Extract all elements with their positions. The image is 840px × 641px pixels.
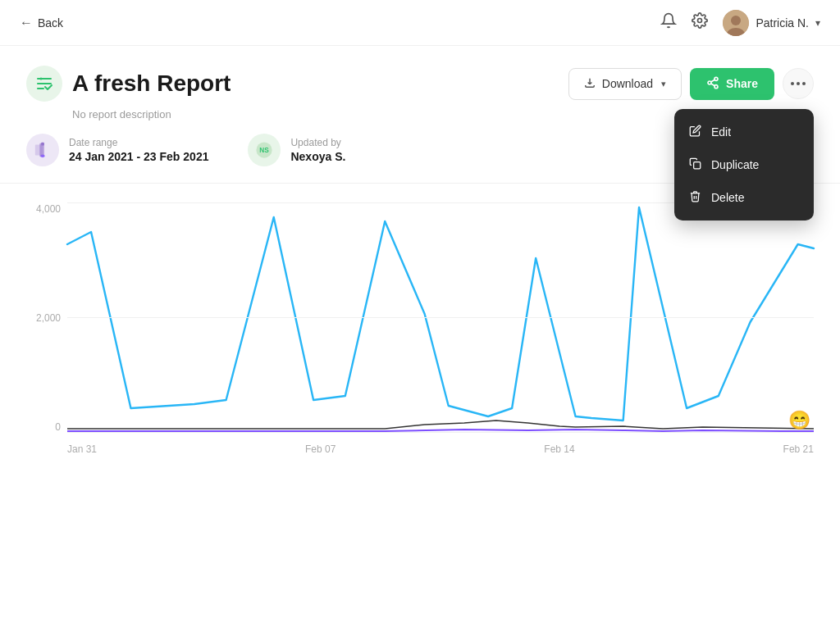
back-button[interactable]: ← Back (20, 16, 63, 30)
download-icon (584, 77, 596, 91)
chart-area: 0 2,000 4,000 (0, 184, 840, 641)
top-nav: ← Back Patricia N. ▾ (0, 0, 840, 46)
delete-icon (689, 190, 701, 205)
y-label-4000: 4,000 (26, 203, 67, 215)
dark-line (67, 421, 814, 429)
duplicate-label: Duplicate (711, 158, 759, 171)
header-actions: Download ▾ Share (568, 68, 814, 100)
share-icon (706, 76, 719, 92)
line-chart-svg (67, 203, 814, 433)
svg-point-0 (698, 19, 702, 23)
svg-rect-17 (41, 143, 44, 146)
grid-line-2000 (67, 317, 814, 318)
edit-label: Edit (711, 125, 731, 139)
x-axis: Jan 31 Feb 07 Feb 14 Feb 21 (67, 433, 814, 466)
svg-line-9 (711, 80, 715, 82)
x-label-feb21: Feb 21 (783, 443, 814, 455)
download-button[interactable]: Download ▾ (568, 68, 682, 100)
y-label-0: 0 (26, 421, 67, 433)
user-name: Patricia N. (756, 16, 809, 30)
svg-point-4 (40, 78, 43, 80)
page-header-top: A fresh Report Download ▾ (26, 66, 814, 102)
back-arrow-icon: ← (20, 16, 33, 30)
svg-point-11 (797, 82, 800, 85)
svg-rect-13 (694, 161, 701, 168)
date-range-item: Date range 24 Jan 2021 - 23 Feb 2021 (26, 134, 208, 166)
svg-point-12 (802, 82, 806, 85)
date-range-label: Date range (69, 137, 208, 148)
duplicate-icon (689, 157, 701, 172)
report-icon (26, 66, 62, 102)
x-label-jan31: Jan 31 (67, 443, 97, 455)
page-title: A fresh Report (72, 70, 231, 97)
y-label-2000: 2,000 (26, 312, 67, 324)
svg-point-2 (731, 16, 741, 25)
svg-point-5 (714, 77, 718, 80)
avatar (723, 10, 749, 36)
delete-label: Delete (711, 191, 744, 204)
report-title-section: A fresh Report (26, 66, 231, 102)
svg-point-6 (708, 81, 711, 84)
chevron-down-icon: ▾ (815, 17, 820, 29)
download-label: Download (602, 77, 653, 90)
updated-by-info: Updated by Nexoya S. (290, 137, 345, 163)
chart-emoji: 😁 (788, 410, 810, 431)
share-button[interactable]: Share (690, 68, 774, 100)
updated-by-item: NS Updated by Nexoya S. (248, 134, 345, 166)
svg-line-8 (711, 84, 715, 86)
share-label: Share (726, 77, 758, 90)
dropdown-caret-icon: ▾ (661, 79, 666, 89)
date-range-value: 24 Jan 2021 - 23 Feb 2021 (69, 150, 208, 163)
more-options-button[interactable] (783, 68, 814, 99)
nav-right: Patricia N. ▾ (660, 10, 820, 36)
bell-icon[interactable] (660, 12, 677, 33)
gear-icon[interactable] (692, 12, 708, 33)
blue-line (67, 207, 814, 421)
purple-line (67, 430, 814, 431)
updated-by-icon: NS (248, 134, 281, 166)
edit-icon (689, 125, 701, 139)
date-range-info: Date range 24 Jan 2021 - 23 Feb 2021 (69, 137, 208, 163)
svg-point-16 (40, 155, 45, 158)
dropdown-item-duplicate[interactable]: Duplicate (674, 148, 814, 181)
x-label-feb07: Feb 07 (305, 443, 336, 455)
svg-point-7 (714, 84, 718, 88)
context-dropdown-menu: Edit Duplicate (674, 109, 814, 220)
back-label: Back (38, 16, 63, 30)
date-range-icon (26, 134, 59, 166)
chart-inner (67, 203, 814, 433)
x-label-feb14: Feb 14 (544, 443, 574, 455)
updated-by-label: Updated by (290, 137, 345, 148)
y-axis: 0 2,000 4,000 (26, 203, 67, 433)
dropdown-item-edit[interactable]: Edit (674, 116, 814, 148)
svg-text:NS: NS (260, 147, 270, 154)
svg-point-10 (791, 82, 794, 85)
user-section[interactable]: Patricia N. ▾ (723, 10, 820, 36)
dropdown-item-delete[interactable]: Delete (674, 181, 814, 214)
updated-by-value: Nexoya S. (290, 150, 345, 163)
chart-container: 0 2,000 4,000 (26, 203, 814, 466)
page-header: A fresh Report Download ▾ (0, 46, 840, 184)
